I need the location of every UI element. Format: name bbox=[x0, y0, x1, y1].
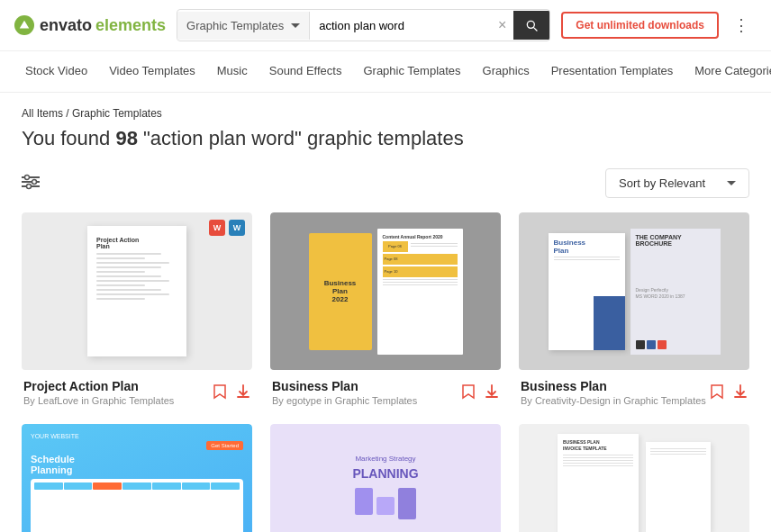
svg-point-5 bbox=[27, 184, 32, 188]
download-icon bbox=[236, 383, 250, 400]
result-title: You found 98 "action plan word" graphic … bbox=[22, 127, 749, 150]
bookmark-icon bbox=[213, 383, 227, 400]
category-chevron-icon bbox=[291, 23, 300, 28]
sort-label: Sort by Relevant bbox=[619, 176, 705, 190]
nav-more-categories[interactable]: More Categories bbox=[684, 51, 771, 92]
envato-logo-icon bbox=[14, 15, 34, 35]
card-1-title: Project Action Plan bbox=[23, 379, 174, 393]
card-6-preview: BUSINESS PLANINVOICE TEMPLATE bbox=[519, 424, 749, 532]
card-3-download-button[interactable] bbox=[731, 382, 749, 404]
card-1: W W Project ActionPlan bbox=[22, 212, 252, 406]
card-1-badges: W W bbox=[209, 220, 245, 236]
card-3-info: Business Plan By Creativity-Design in Gr… bbox=[519, 379, 708, 406]
filter-button[interactable] bbox=[22, 174, 40, 194]
card-2-footer: Business Plan By egotype in Graphic Temp… bbox=[270, 379, 501, 406]
card-3-actions bbox=[708, 382, 749, 404]
card-2-actions bbox=[459, 382, 501, 404]
download-icon bbox=[485, 383, 499, 400]
card-2-info: Business Plan By egotype in Graphic Temp… bbox=[270, 379, 419, 406]
more-options-button[interactable]: ⋮ bbox=[726, 12, 757, 39]
nav-music[interactable]: Music bbox=[206, 51, 259, 92]
card-1-actions bbox=[211, 382, 252, 404]
results-grid: W W Project ActionPlan bbox=[22, 212, 749, 406]
card-1-footer: Project Action Plan By LeafLove in Graph… bbox=[22, 379, 252, 406]
header-actions: Get unlimited downloads ⋮ bbox=[561, 12, 757, 39]
card-3-preview: BusinessPlan THE COMPANYBROCHURE Design … bbox=[519, 212, 749, 370]
header: envatoelements Graphic Templates × Get u… bbox=[0, 0, 771, 51]
svg-point-3 bbox=[25, 175, 30, 179]
nav-sound-effects[interactable]: Sound Effects bbox=[259, 51, 353, 92]
nav-graphics[interactable]: Graphics bbox=[472, 51, 540, 92]
nav-graphic-templates[interactable]: Graphic Templates bbox=[352, 51, 471, 92]
card-2: BusinessPlan2022 Content Annual Report 2… bbox=[270, 212, 501, 406]
sort-chevron-icon bbox=[727, 181, 736, 185]
card-5-preview: Marketing Strategy PLANNING bbox=[270, 424, 501, 532]
filter-icon bbox=[22, 174, 40, 190]
results-grid-row2: YOUR WEBSITE Get Started SchedulePlannin… bbox=[22, 424, 749, 532]
breadcrumb-all-items[interactable]: All Items bbox=[22, 107, 63, 120]
card-4: YOUR WEBSITE Get Started SchedulePlannin… bbox=[22, 424, 252, 532]
card-1-thumbnail[interactable]: W W Project ActionPlan bbox=[22, 212, 252, 370]
card-2-preview: BusinessPlan2022 Content Annual Report 2… bbox=[270, 212, 501, 370]
card-1-download-button[interactable] bbox=[234, 382, 252, 404]
card-2-thumbnail[interactable]: BusinessPlan2022 Content Annual Report 2… bbox=[270, 212, 501, 370]
toolbar: Sort by Relevant bbox=[22, 168, 749, 198]
card-6-thumbnail[interactable]: BUSINESS PLANINVOICE TEMPLATE bbox=[519, 424, 749, 532]
sort-dropdown[interactable]: Sort by Relevant bbox=[605, 168, 749, 198]
download-icon bbox=[733, 383, 748, 400]
card-3-meta: By Creativity-Design in Graphic Template… bbox=[521, 395, 706, 406]
breadcrumb-current: Graphic Templates bbox=[72, 107, 162, 120]
card-2-meta: By egotype in Graphic Templates bbox=[272, 395, 417, 406]
nav-video-templates[interactable]: Video Templates bbox=[98, 51, 206, 92]
search-category-dropdown[interactable]: Graphic Templates bbox=[177, 12, 310, 40]
logo-elements-text: elements bbox=[95, 16, 166, 35]
card-3: BusinessPlan THE COMPANYBROCHURE Design … bbox=[519, 212, 749, 406]
card-1-meta: By LeafLove in Graphic Templates bbox=[23, 395, 174, 406]
badge-word-icon: W bbox=[229, 220, 245, 236]
search-category-label: Graphic Templates bbox=[186, 19, 284, 32]
logo[interactable]: envatoelements bbox=[14, 15, 166, 35]
bookmark-icon bbox=[461, 383, 476, 400]
nav-stock-video[interactable]: Stock Video bbox=[14, 51, 98, 92]
main-content: All Items / Graphic Templates You found … bbox=[0, 93, 771, 532]
search-bar: Graphic Templates × bbox=[177, 9, 550, 41]
card-3-footer: Business Plan By Creativity-Design in Gr… bbox=[519, 379, 749, 406]
card-4-preview: YOUR WEBSITE Get Started SchedulePlannin… bbox=[22, 424, 252, 532]
card-3-title: Business Plan bbox=[521, 379, 706, 393]
card-2-title: Business Plan bbox=[272, 379, 417, 393]
card-5-thumbnail[interactable]: Marketing Strategy PLANNING bbox=[270, 424, 501, 532]
card-1-info: Project Action Plan By LeafLove in Graph… bbox=[22, 379, 176, 406]
result-prefix: You found bbox=[22, 127, 110, 149]
get-unlimited-button[interactable]: Get unlimited downloads bbox=[561, 12, 719, 39]
breadcrumb: All Items / Graphic Templates bbox=[22, 107, 749, 120]
card-6: BUSINESS PLANINVOICE TEMPLATE bbox=[519, 424, 749, 532]
search-input[interactable] bbox=[310, 12, 491, 40]
nav-presentation-templates[interactable]: Presentation Templates bbox=[540, 51, 685, 92]
card-3-bookmark-button[interactable] bbox=[708, 382, 726, 404]
result-query: "action plan word" bbox=[143, 127, 302, 149]
card-1-bookmark-button[interactable] bbox=[211, 382, 229, 404]
search-icon bbox=[524, 18, 539, 32]
card-3-thumbnail[interactable]: BusinessPlan THE COMPANYBROCHURE Design … bbox=[519, 212, 749, 370]
bookmark-icon bbox=[710, 383, 724, 400]
card-1-doc-preview: Project ActionPlan bbox=[87, 226, 186, 356]
search-submit-button[interactable] bbox=[513, 11, 549, 40]
result-count: 98 bbox=[115, 127, 137, 149]
result-suffix: graphic templates bbox=[307, 127, 464, 149]
svg-point-4 bbox=[32, 179, 37, 184]
card-2-download-button[interactable] bbox=[483, 382, 501, 404]
logo-envato-text: envato bbox=[40, 16, 92, 35]
card-4-thumbnail[interactable]: YOUR WEBSITE Get Started SchedulePlannin… bbox=[22, 424, 252, 532]
card-5: Marketing Strategy PLANNING bbox=[270, 424, 501, 532]
card-2-bookmark-button[interactable] bbox=[459, 382, 477, 404]
search-clear-button[interactable]: × bbox=[491, 10, 513, 41]
main-nav: Stock Video Video Templates Music Sound … bbox=[0, 51, 771, 93]
badge-ms-icon: W bbox=[209, 220, 225, 236]
